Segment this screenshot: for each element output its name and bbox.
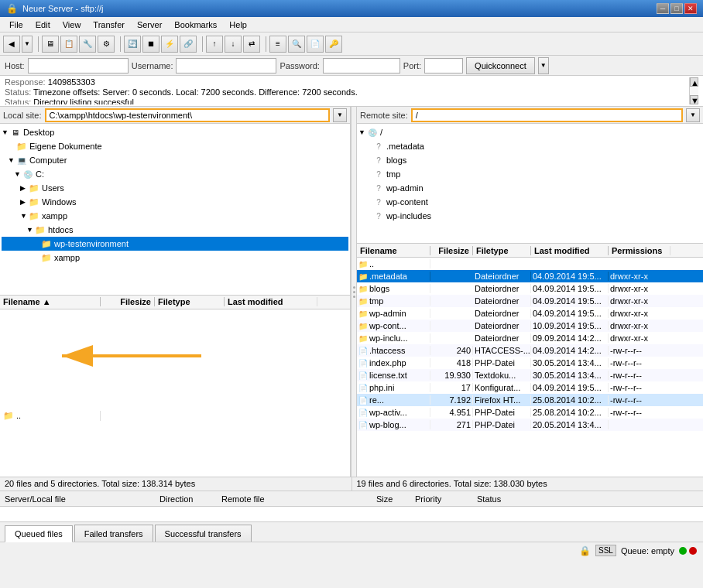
tree-item-c[interactable]: ▼ 💿 C: [2, 167, 348, 181]
remote-expand-root[interactable]: ▼ [358, 128, 366, 136]
quickconnect-dropdown[interactable]: ▼ [538, 57, 549, 74]
menu-server[interactable]: Server [131, 19, 168, 31]
toolbar-btn3[interactable]: 🔧 [79, 36, 96, 53]
toolbar-open-site-manager[interactable]: 🖥 [42, 36, 59, 53]
tree-item-xampp[interactable]: ▼ 📁 xampp [2, 209, 348, 223]
tree-item-users[interactable]: ▶ 📁 Users [2, 181, 348, 195]
local-file-row-parent[interactable]: 📁 .. [0, 410, 350, 422]
toolbar-btn4[interactable]: ⚙ [98, 36, 115, 53]
tree-expand-windows[interactable]: ▶ [20, 198, 28, 206]
status-dot-green [679, 547, 687, 555]
remote-site-dropdown[interactable]: ▼ [686, 108, 700, 122]
menu-transfer[interactable]: Transfer [87, 19, 131, 31]
tree-expand-desktop[interactable]: ▼ [2, 128, 9, 136]
remote-label-root: / [380, 128, 382, 137]
host-input[interactable] [28, 58, 129, 74]
remote-col-permissions[interactable]: Permissions [609, 246, 670, 255]
remote-file-row-htaccess[interactable]: 📄.htaccess 240 HTACCESS-... 04.09.2014 1… [357, 344, 703, 357]
toolbar-refresh[interactable]: 🔄 [124, 36, 141, 53]
remote-col-filesize[interactable]: Filesize [430, 246, 473, 255]
remote-file-row-wpblog[interactable]: 📄wp-blog... 271 PHP-Datei 20.05.2014 13:… [357, 419, 703, 431]
remote-file-row-wpcontent[interactable]: 📁wp-cont... Dateiordner 10.09.2014 19:5.… [357, 320, 703, 332]
tree-expand-computer[interactable]: ▼ [8, 156, 15, 164]
tree-expand-xampp[interactable]: ▼ [20, 212, 28, 220]
tab-successful-transfers[interactable]: Successful transfers [155, 525, 252, 542]
remote-tree[interactable]: ▼ 💿 / ? .metadata ? blogs ? tmp [357, 124, 703, 244]
tree-expand-htdocs[interactable]: ▼ [26, 226, 34, 234]
quickconnect-button[interactable]: Quickconnect [466, 57, 535, 74]
toolbar-download[interactable]: ↓ [225, 36, 242, 53]
remote-file-row-phpini[interactable]: 📄php.ini 17 Konfigurat... 04.09.2014 19:… [357, 381, 703, 394]
remote-file-row-wpadmin[interactable]: 📁wp-admin Dateiordner 04.09.2014 19:5...… [357, 307, 703, 320]
toolbar-cancel[interactable]: ⏹ [142, 36, 159, 53]
toolbar-disconnect[interactable]: ⚡ [161, 36, 178, 53]
toolbar-btn-key[interactable]: 🔑 [325, 36, 342, 53]
menu-file[interactable]: File [3, 19, 29, 31]
tree-item-desktop[interactable]: ▼ 🖥 Desktop [2, 125, 348, 139]
toolbar-filter[interactable]: 🔍 [288, 36, 305, 53]
tab-queued-files[interactable]: Queued files [5, 525, 73, 542]
tree-item-xampp2[interactable]: 📁 xampp [2, 251, 348, 265]
toolbar-upload[interactable]: ↑ [206, 36, 223, 53]
remote-col-lastmod[interactable]: Last modified [531, 246, 609, 255]
menu-edit[interactable]: Edit [29, 19, 57, 31]
local-tree[interactable]: ▼ 🖥 Desktop 📁 Eigene Dokumente ▼ 💻 Compu… [0, 124, 350, 296]
remote-file-row-blogs[interactable]: 📁blogs Dateiordner 04.09.2014 19:5... dr… [357, 282, 703, 295]
tab-failed-transfers[interactable]: Failed transfers [74, 525, 153, 542]
password-input[interactable] [323, 58, 400, 74]
toolbar-new-site-dd[interactable]: ▼ [22, 36, 33, 53]
minimize-button[interactable]: ─ [657, 3, 669, 14]
toolbar-sync[interactable]: ⇄ [243, 36, 260, 53]
remote-tree-blogs[interactable]: ? blogs [358, 153, 701, 167]
menu-bookmarks[interactable]: Bookmarks [168, 19, 223, 31]
tree-item-htdocs[interactable]: ▼ 📁 htdocs [2, 223, 348, 237]
remote-file-row-metadata[interactable]: 📁.metadata Dateiordner 04.09.2014 19:5..… [357, 270, 703, 282]
menu-view[interactable]: View [57, 19, 87, 31]
local-site-input[interactable] [45, 108, 330, 122]
tree-item-computer[interactable]: ▼ 💻 Computer [2, 153, 348, 167]
tree-item-windows[interactable]: ▶ 📁 Windows [2, 195, 348, 209]
remote-file-row-index[interactable]: 📄index.php 418 PHP-Datei 30.05.2014 13:4… [357, 357, 703, 369]
tree-expand-c[interactable]: ▼ [14, 170, 22, 178]
close-button[interactable]: ✕ [684, 3, 697, 14]
log-scroll-down[interactable]: ▼ [690, 95, 698, 104]
remote-tree-wpadmin[interactable]: ? wp-admin [358, 181, 701, 195]
panel-divider[interactable] [351, 107, 357, 477]
username-input[interactable] [176, 58, 276, 74]
local-site-dropdown[interactable]: ▼ [333, 108, 347, 122]
remote-tree-metadata[interactable]: ? .metadata [358, 139, 701, 153]
remote-tree-tmp[interactable]: ? tmp [358, 167, 701, 181]
remote-tree-wpcontent[interactable]: ? wp-content [358, 195, 701, 209]
local-col-lastmod[interactable]: Last modified [225, 297, 317, 306]
local-col-filesize[interactable]: Filesize [101, 297, 155, 306]
remote-files-content[interactable]: 📁.. 📁.metadata Dateiordner 04.09.2014 19… [357, 258, 703, 477]
remote-tree-root[interactable]: ▼ 💿 / [358, 125, 701, 139]
toolbar-new-site[interactable]: ◀ [3, 36, 20, 53]
remote-site-input[interactable] [411, 108, 683, 122]
toolbar-logpanel[interactable]: 📄 [307, 36, 324, 53]
remote-tree-wpincludes[interactable]: ? wp-includes [358, 209, 701, 223]
toolbar-compare[interactable]: ≡ [269, 36, 286, 53]
remote-file-row-license[interactable]: 📄license.txt 19.930 Textdoku... 30.05.20… [357, 369, 703, 381]
folder-icon-docs: 📁 [15, 140, 28, 152]
local-col-filename[interactable]: Filename ▲ [0, 297, 101, 306]
tree-expand-users[interactable]: ▶ [20, 184, 28, 192]
local-col-filetype[interactable]: Filetype [155, 297, 225, 306]
remote-col-filename[interactable]: Filename [357, 246, 430, 255]
toolbar-process-queue[interactable]: 📋 [60, 36, 77, 53]
log-scroll-up[interactable]: ▲ [690, 77, 698, 87]
remote-file-row-parent[interactable]: 📁.. [357, 258, 703, 270]
maximize-button[interactable]: □ [670, 3, 683, 14]
port-input[interactable] [424, 58, 463, 74]
remote-file-row-re[interactable]: 📄re... 7.192 Firefox HT... 25.08.2014 10… [357, 394, 703, 406]
remote-col-filetype[interactable]: Filetype [473, 246, 531, 255]
remote-file-row-wpactivate[interactable]: 📄wp-activ... 4.951 PHP-Datei 25.08.2014 … [357, 406, 703, 419]
tree-item-wp-test[interactable]: 📁 wp-testenvironment [2, 237, 348, 251]
toolbar-sep-4 [263, 36, 266, 52]
remote-file-row-tmp[interactable]: 📁tmp Dateiordner 04.09.2014 19:5... drwx… [357, 295, 703, 307]
remote-file-row-wpincludes[interactable]: 📁wp-inclu... Dateiordner 09.09.2014 14:2… [357, 332, 703, 344]
toolbar-reconnect[interactable]: 🔗 [180, 36, 197, 53]
menu-help[interactable]: Help [223, 19, 253, 31]
local-files-content[interactable]: 📁 .. [0, 309, 350, 477]
tree-item-docs[interactable]: 📁 Eigene Dokumente [2, 139, 348, 153]
